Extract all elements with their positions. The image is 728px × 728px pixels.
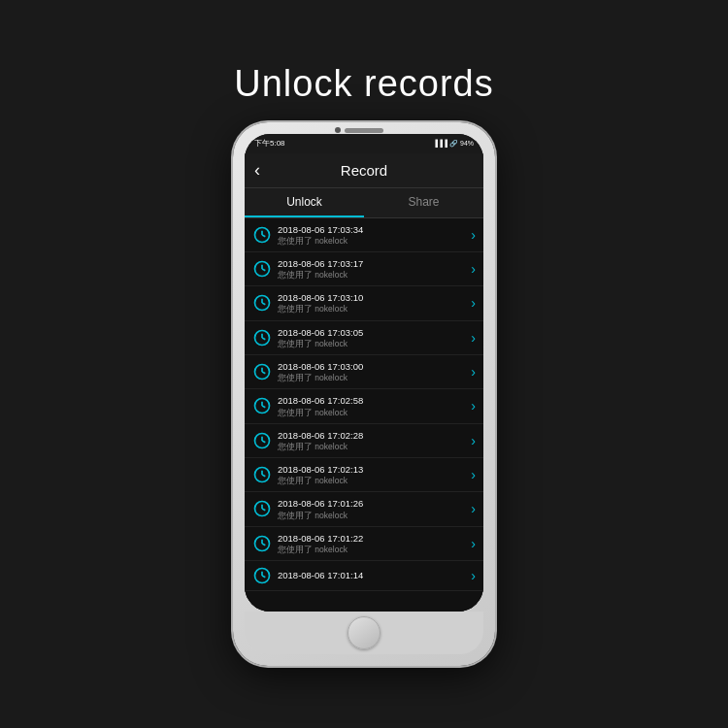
record-time: 2018-08-06 17:01:22 bbox=[278, 532, 467, 545]
record-subtitle: 您使用了 nokelock bbox=[278, 545, 467, 555]
svg-line-23 bbox=[262, 475, 265, 477]
battery-icon: 94% bbox=[460, 140, 474, 147]
clock-icon bbox=[252, 499, 272, 518]
page-title: Unlock records bbox=[234, 63, 493, 105]
chevron-right-icon: › bbox=[471, 433, 476, 448]
chevron-right-icon: › bbox=[471, 568, 476, 583]
record-item[interactable]: 2018-08-06 17:03:05您使用了 nokelock› bbox=[245, 321, 483, 355]
record-time: 2018-08-06 17:01:26 bbox=[278, 497, 467, 510]
svg-line-26 bbox=[262, 509, 265, 511]
record-time: 2018-08-06 17:01:14 bbox=[278, 569, 467, 581]
phone-bottom bbox=[245, 612, 483, 654]
record-subtitle: 您使用了 nokelock bbox=[278, 511, 467, 521]
record-item[interactable]: 2018-08-06 17:03:17您使用了 nokelock› bbox=[245, 252, 483, 286]
clock-icon bbox=[252, 534, 272, 553]
clock-icon bbox=[252, 259, 272, 279]
chevron-right-icon: › bbox=[471, 536, 476, 551]
chevron-right-icon: › bbox=[471, 467, 476, 482]
chevron-right-icon: › bbox=[471, 261, 476, 277]
record-subtitle: 您使用了 nokelock bbox=[278, 476, 467, 486]
tab-unlock[interactable]: Unlock bbox=[245, 188, 364, 217]
record-time: 2018-08-06 17:03:17 bbox=[278, 257, 467, 270]
record-subtitle: 您使用了 nokelock bbox=[278, 270, 467, 281]
svg-line-14 bbox=[262, 372, 265, 374]
home-button[interactable] bbox=[347, 616, 381, 649]
record-time: 2018-08-06 17:02:13 bbox=[278, 463, 467, 476]
app-header: ‹ Record bbox=[245, 153, 483, 188]
svg-line-17 bbox=[262, 406, 265, 408]
chevron-right-icon: › bbox=[471, 364, 476, 380]
signal-icon: ▐▐▐ bbox=[433, 140, 447, 147]
svg-line-20 bbox=[262, 441, 265, 443]
record-item[interactable]: 2018-08-06 17:02:58您使用了 nokelock› bbox=[245, 389, 483, 423]
svg-line-5 bbox=[262, 269, 265, 271]
chevron-right-icon: › bbox=[471, 330, 476, 346]
record-time: 2018-08-06 17:03:34 bbox=[278, 223, 467, 236]
record-time: 2018-08-06 17:02:28 bbox=[278, 429, 467, 442]
record-time: 2018-08-06 17:03:05 bbox=[278, 326, 467, 339]
tab-bar: Unlock Share bbox=[245, 188, 483, 218]
status-time: 下午5:08 bbox=[254, 138, 285, 149]
record-item[interactable]: 2018-08-06 17:01:26您使用了 nokelock› bbox=[245, 492, 483, 526]
record-subtitle: 您使用了 nokelock bbox=[278, 236, 467, 247]
chevron-right-icon: › bbox=[471, 398, 476, 414]
record-time: 2018-08-06 17:02:58 bbox=[278, 394, 467, 407]
status-bar: 下午5:08 ▐▐▐ 🔗 94% bbox=[245, 134, 483, 153]
record-item[interactable]: 2018-08-06 17:01:22您使用了 nokelock› bbox=[245, 527, 483, 561]
record-item[interactable]: 2018-08-06 17:01:14› bbox=[245, 561, 483, 591]
record-subtitle: 您使用了 nokelock bbox=[278, 408, 467, 418]
svg-line-32 bbox=[262, 576, 265, 578]
record-subtitle: 您使用了 nokelock bbox=[278, 304, 467, 314]
back-button[interactable]: ‹ bbox=[254, 161, 260, 179]
clock-icon bbox=[252, 328, 272, 347]
clock-icon bbox=[252, 566, 272, 585]
phone-shell: 下午5:08 ▐▐▐ 🔗 94% ‹ Record Unlock Share bbox=[233, 122, 495, 666]
app-title: Record bbox=[341, 162, 387, 179]
record-list: 2018-08-06 17:03:34您使用了 nokelock› 2018-0… bbox=[245, 218, 483, 612]
record-subtitle: 您使用了 nokelock bbox=[278, 339, 467, 349]
chevron-right-icon: › bbox=[471, 227, 476, 243]
clock-icon bbox=[252, 465, 272, 484]
record-time: 2018-08-06 17:03:00 bbox=[278, 360, 467, 373]
record-item[interactable]: 2018-08-06 17:03:10您使用了 nokelock› bbox=[245, 286, 483, 320]
wifi-icon: 🔗 bbox=[449, 140, 458, 148]
clock-icon bbox=[252, 293, 272, 313]
status-icons: ▐▐▐ 🔗 94% bbox=[433, 140, 474, 148]
clock-icon bbox=[252, 396, 272, 415]
record-subtitle: 您使用了 nokelock bbox=[278, 373, 467, 383]
phone-screen: 下午5:08 ▐▐▐ 🔗 94% ‹ Record Unlock Share bbox=[245, 134, 483, 612]
clock-icon bbox=[252, 362, 272, 381]
phone-camera bbox=[335, 127, 341, 133]
record-time: 2018-08-06 17:03:10 bbox=[278, 291, 467, 304]
svg-line-2 bbox=[262, 235, 265, 237]
record-item[interactable]: 2018-08-06 17:03:34您使用了 nokelock› bbox=[245, 218, 483, 252]
record-subtitle: 您使用了 nokelock bbox=[278, 442, 467, 452]
svg-line-8 bbox=[262, 303, 265, 305]
record-item[interactable]: 2018-08-06 17:03:00您使用了 nokelock› bbox=[245, 355, 483, 389]
chevron-right-icon: › bbox=[471, 295, 476, 311]
clock-icon bbox=[252, 225, 272, 245]
svg-line-11 bbox=[262, 338, 265, 340]
record-item[interactable]: 2018-08-06 17:02:13您使用了 nokelock› bbox=[245, 458, 483, 492]
tab-share[interactable]: Share bbox=[364, 188, 483, 217]
svg-line-29 bbox=[262, 544, 265, 546]
record-item[interactable]: 2018-08-06 17:02:28您使用了 nokelock› bbox=[245, 424, 483, 458]
phone-speaker bbox=[345, 128, 383, 133]
chevron-right-icon: › bbox=[471, 501, 476, 516]
clock-icon bbox=[252, 431, 272, 450]
app-screen: ‹ Record Unlock Share 2018-08-06 17:03:3… bbox=[245, 153, 483, 612]
